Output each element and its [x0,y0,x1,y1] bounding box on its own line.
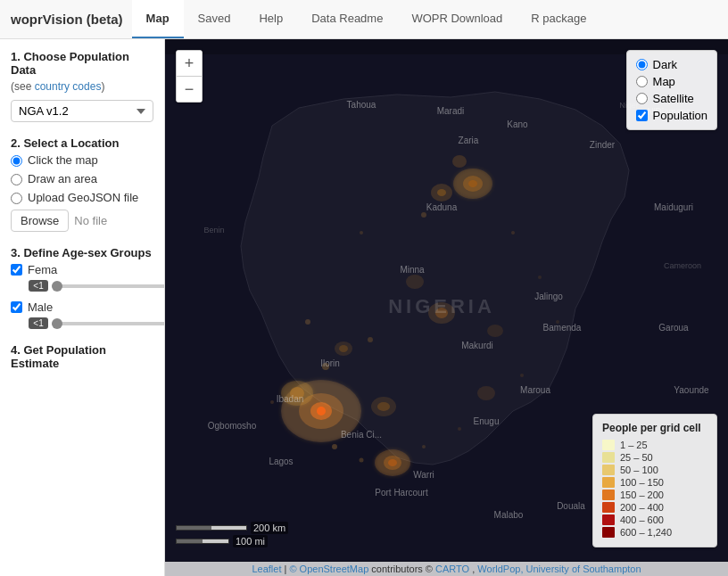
svg-text:Ogbomosho: Ogbomosho [208,421,257,431]
svg-point-32 [332,444,337,449]
svg-point-24 [487,325,503,337]
legend-range-6: 400 – 600 [620,514,664,525]
subtitle-text: (see [11,80,35,93]
svg-point-37 [520,374,524,377]
female-checkbox[interactable] [11,264,22,276]
tab-map[interactable]: Map [132,0,184,38]
legend-color-2 [602,465,615,475]
male-min-badge: <1 [29,317,48,329]
legend-range-1: 25 – 50 [620,452,653,463]
map-radio[interactable] [636,76,648,87]
legend-item-7: 600 – 1,240 [602,527,707,538]
country-codes-link[interactable]: country codes [35,80,102,93]
legend-range-3: 100 – 150 [620,477,664,488]
population-overlay-label[interactable]: Population [653,109,707,122]
legend-range-4: 150 – 200 [620,490,664,500]
male-checkbox[interactable] [11,301,22,313]
click-map-label[interactable]: Click the map [28,153,98,167]
satellite-label[interactable]: Satellite [653,92,694,105]
zoom-out-button[interactable]: − [177,77,202,102]
worldpop-link[interactable]: WorldPop, University of Southampton [477,564,641,574]
svg-text:Zinder: Zinder [590,140,616,150]
svg-text:Enugu: Enugu [474,416,500,426]
browse-button[interactable]: Browse [11,210,69,232]
draw-area-radio[interactable] [11,174,22,185]
leaflet-link[interactable]: Leaflet [252,564,281,574]
tab-data-readme[interactable]: Data Readme [297,0,397,38]
draw-area-label[interactable]: Draw an area [28,172,97,185]
carto-link[interactable]: CARTO [435,564,469,574]
legend-item-0: 1 – 25 [602,440,707,450]
radio-upload-geojson: Upload GeoJSON file [11,191,153,204]
scale-km-row: 200 km [176,522,288,534]
map-label[interactable]: Map [653,75,675,88]
osm-link[interactable]: © OpenStreetMap [289,564,368,574]
svg-text:Port Harcourt: Port Harcourt [375,488,428,498]
svg-text:Zaria: Zaria [459,136,479,145]
legend-color-4 [602,490,615,500]
tab-saved[interactable]: Saved [184,0,245,38]
svg-text:Malabo: Malabo [494,510,524,520]
svg-point-33 [360,458,364,463]
click-map-radio[interactable] [11,155,22,167]
male-slider-row: <1 80+ [11,317,153,329]
upload-geojson-radio[interactable] [11,193,22,204]
map-area[interactable]: NIGERIA Benin Cameroon Niger Zaria Kano … [165,39,728,576]
scale-line: 200 km 100 mi [176,522,288,547]
no-file-label: No file [74,214,107,227]
scale-km-graphic [176,525,247,531]
svg-text:Ibadan: Ibadan [277,394,304,404]
svg-point-28 [511,231,515,235]
svg-text:Benin: Benin [203,226,224,235]
section-2-title: 2. Select a Location [11,136,153,150]
tab-help[interactable]: Help [244,0,297,38]
zoom-in-button[interactable]: + [177,51,202,76]
section-4: 4. Get Population Estimate [11,343,153,370]
svg-text:Cameroon: Cameroon [664,261,701,270]
layer-map-radio-row: Map [636,75,707,88]
legend-range-7: 600 – 1,240 [620,527,672,538]
dark-label[interactable]: Dark [653,58,677,71]
tab-wopr-download[interactable]: WOPR Download [397,0,517,38]
male-header: Male [11,300,153,314]
svg-text:Benia Ci...: Benia Ci... [341,430,382,440]
browse-row: Browse No file [11,210,153,232]
dark-radio[interactable] [636,59,648,70]
layer-dark-radio-row: Dark [636,58,707,71]
female-min-badge: <1 [29,280,48,292]
legend-title: People per grid cell [602,422,707,434]
male-min-slider[interactable] [52,322,165,325]
svg-text:Douala: Douala [557,501,585,511]
section-4-title: 4. Get Population Estimate [11,343,153,370]
section-2: 2. Select a Location Click the map Draw … [11,136,153,232]
female-header: Fema [11,263,153,276]
satellite-radio[interactable] [636,93,648,104]
radio-draw-area: Draw an area [11,172,153,185]
upload-geojson-label[interactable]: Upload GeoJSON file [28,191,138,204]
population-checkbox[interactable] [636,110,648,121]
layer-population-checkbox-row: Population [636,109,707,122]
legend-color-6 [602,514,615,525]
radio-click-map: Click the map [11,153,153,167]
male-label[interactable]: Male [28,300,53,314]
svg-point-25 [305,319,310,325]
svg-point-35 [458,427,461,431]
main-layout: 1. Choose Population Data (see country c… [0,39,728,576]
svg-point-16 [452,155,467,168]
scale-mi-label: 100 mi [233,535,268,547]
sidebar: 1. Choose Population Data (see country c… [0,39,165,576]
svg-point-18 [437,189,446,196]
svg-text:Makurdi: Makurdi [461,341,493,350]
scale-mi-graphic [176,539,229,544]
svg-text:Maradi: Maradi [437,106,465,116]
tab-r-package[interactable]: R package [517,0,600,38]
female-min-slider[interactable] [52,284,165,288]
layer-satellite-radio-row: Satellite [636,92,707,105]
population-data-dropdown[interactable]: NGA v1.2NGA v2.0COD v1.0 [11,100,153,122]
svg-text:Lagos: Lagos [269,457,293,466]
svg-text:Tahoua: Tahoua [347,100,376,110]
svg-point-30 [368,337,373,342]
legend-item-1: 25 – 50 [602,452,707,463]
female-label[interactable]: Fema [28,263,57,276]
svg-text:Garoua: Garoua [658,323,689,333]
